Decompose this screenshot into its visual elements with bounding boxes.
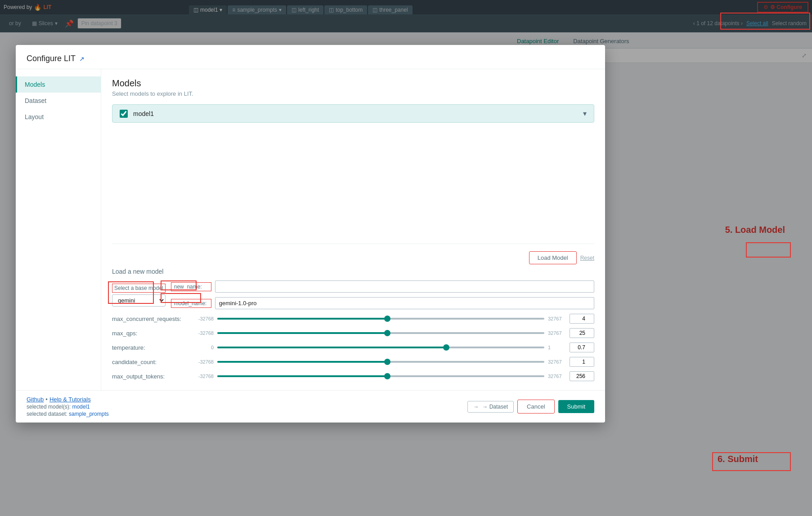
modal-title: Configure LIT (27, 54, 76, 63)
load-model-btn-area: Load Model Reset (112, 251, 594, 264)
footer-right: → → Dataset Cancel Submit (467, 400, 594, 414)
slider-max-output-tokens-max: 32767 (548, 374, 566, 379)
selected-dataset-link[interactable]: sample_prompts (69, 411, 109, 417)
slider-max-output-tokens-min: -32768 (192, 374, 214, 379)
slider-max-qps-fill (217, 332, 387, 334)
slider-candidate-count-thumb[interactable] (384, 359, 390, 365)
model-row: model1 ▾ (112, 104, 594, 123)
base-model-selector: Select a base model gemini (112, 284, 166, 307)
new-name-input[interactable] (215, 280, 594, 293)
slider-candidate-count: candidate_count: -32768 32767 (112, 357, 594, 367)
help-tutorials-link[interactable]: Help & Tutorials (49, 396, 91, 403)
new-name-row: new_name: (171, 280, 594, 293)
load-model-grid: Select a base model gemini new_name: (112, 280, 594, 381)
slider-max-concurrent-track (217, 318, 544, 320)
slider-max-concurrent: max_concurrent_requests: -32768 32767 (112, 314, 594, 324)
slider-candidate-count-fill (217, 361, 387, 363)
slider-max-qps-min: -32768 (192, 330, 214, 336)
slider-temperature-max: 1 (548, 345, 566, 350)
footer-links: Github • Help & Tutorials (27, 396, 109, 403)
slider-max-concurrent-min: -32768 (192, 316, 214, 321)
modal-footer: Github • Help & Tutorials selected model… (16, 390, 605, 423)
selected-model-link[interactable]: model1 (72, 404, 90, 410)
modal-main: Models Select models to explore in LIT. … (101, 69, 605, 390)
selected-models-info: selected model(s): model1 (27, 404, 109, 410)
slider-temperature-input[interactable] (570, 343, 594, 352)
modal-body: Models Dataset Layout Models Select mode… (16, 69, 605, 390)
slider-max-qps: max_qps: -32768 32767 (112, 328, 594, 338)
sidebar-item-dataset[interactable]: Dataset (16, 93, 101, 109)
base-model-row: Select a base model gemini new_name: (112, 280, 594, 309)
slider-max-concurrent-input[interactable] (570, 314, 594, 324)
new-name-label: new_name: (171, 282, 211, 291)
slider-max-qps-max: 32767 (548, 330, 566, 336)
model-name-input[interactable] (215, 297, 594, 309)
load-model-title: Load a new model (112, 268, 594, 275)
arrow-right-icon: → (473, 404, 479, 410)
slider-max-concurrent-max: 32767 (548, 316, 566, 321)
slider-max-qps-label: max_qps: (112, 330, 188, 337)
slider-candidate-count-track (217, 361, 544, 363)
slider-temperature-thumb[interactable] (443, 344, 449, 351)
model-name-label: model1 (133, 110, 583, 117)
reset-link[interactable]: Reset (580, 255, 594, 261)
slider-candidate-count-input[interactable] (570, 357, 594, 367)
slider-max-output-tokens-fill (217, 375, 387, 377)
model-name-field-label: model_name: (171, 299, 211, 308)
models-empty-area (112, 126, 594, 233)
modal-header: Configure LIT ↗ (16, 45, 605, 69)
slider-max-qps-input[interactable] (570, 328, 594, 338)
slider-max-concurrent-thumb[interactable] (384, 316, 390, 322)
submit-button[interactable]: Submit (558, 400, 594, 413)
load-model-button[interactable]: Load Model (529, 251, 577, 264)
dataset-button[interactable]: → → Dataset (467, 401, 514, 413)
slider-temperature-min: 0 (192, 345, 214, 350)
model-expand-icon[interactable]: ▾ (583, 109, 587, 118)
footer-left: Github • Help & Tutorials selected model… (27, 396, 109, 417)
sidebar-item-layout[interactable]: Layout (16, 109, 101, 125)
slider-max-output-tokens-track (217, 375, 544, 377)
model-name-row: model_name: (171, 297, 594, 309)
external-link-icon[interactable]: ↗ (79, 55, 85, 62)
selected-dataset-info: selected dataset: sample_prompts (27, 411, 109, 417)
load-model-section: Load Model Reset Load a new model Select… (112, 244, 594, 381)
slider-candidate-count-label: candidate_count: (112, 359, 188, 365)
cancel-button[interactable]: Cancel (517, 400, 554, 414)
slider-max-concurrent-fill (217, 318, 387, 320)
slider-candidate-count-max: 32767 (548, 359, 566, 365)
slider-max-output-tokens: max_output_tokens: -32768 32767 (112, 371, 594, 381)
slider-candidate-count-min: -32768 (192, 359, 214, 365)
slider-max-output-tokens-input[interactable] (570, 371, 594, 381)
slider-temperature-track (217, 347, 544, 348)
sidebar-item-models[interactable]: Models (16, 76, 101, 93)
models-section-subtitle: Select models to explore in LIT. (112, 90, 594, 97)
github-link[interactable]: Github (27, 396, 44, 403)
slider-max-qps-thumb[interactable] (384, 330, 390, 336)
slider-temperature: temperature: 0 1 (112, 343, 594, 352)
modal-sidebar: Models Dataset Layout (16, 69, 101, 390)
slider-max-output-tokens-thumb[interactable] (384, 373, 390, 379)
slider-temperature-label: temperature: (112, 344, 188, 351)
base-model-label: Select a base model (112, 284, 166, 293)
slider-max-output-tokens-label: max_output_tokens: (112, 373, 188, 380)
configure-modal: Configure LIT ↗ Models Dataset Layout Mo… (16, 45, 605, 423)
slider-temperature-fill (217, 347, 446, 348)
model-checkbox[interactable] (120, 110, 128, 118)
base-model-select[interactable]: gemini (112, 294, 166, 307)
slider-max-qps-track (217, 332, 544, 334)
slider-max-concurrent-label: max_concurrent_requests: (112, 316, 188, 322)
models-section-title: Models (112, 78, 594, 89)
